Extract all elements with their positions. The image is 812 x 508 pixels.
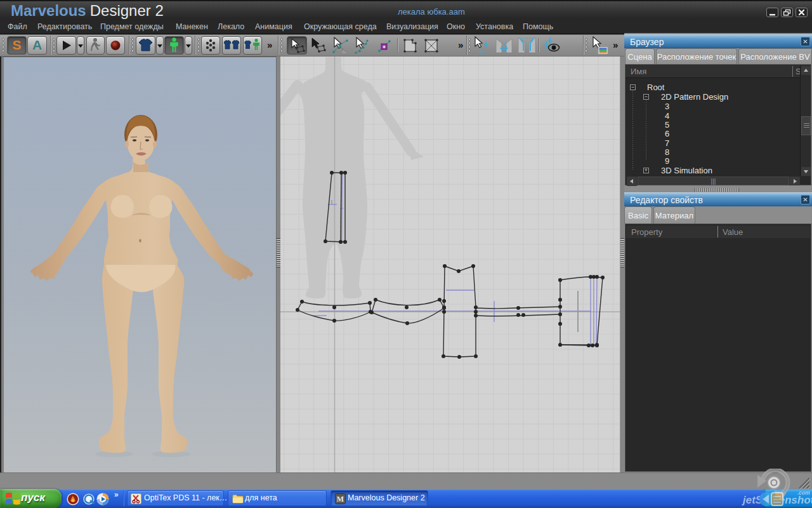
svg-text:✶: ✶ [382,44,387,50]
svg-text:.com: .com [797,490,810,496]
svg-text:M: M [337,495,344,504]
